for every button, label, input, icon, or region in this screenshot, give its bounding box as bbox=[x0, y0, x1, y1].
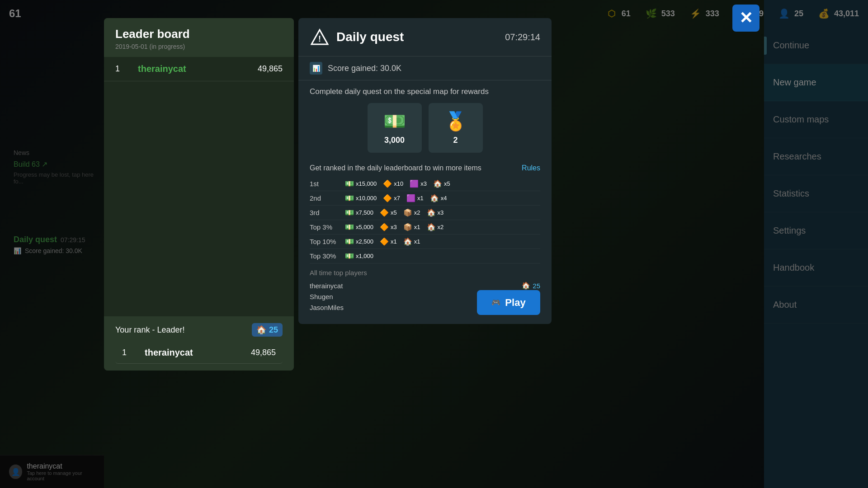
rules-link[interactable]: Rules bbox=[522, 164, 540, 172]
purple-cube-icon: 🟪 bbox=[410, 179, 419, 188]
blue-house-icon: 🏠 bbox=[433, 179, 442, 188]
player-name-highlight: therainycat bbox=[138, 64, 249, 74]
cube-val-1st: x3 bbox=[420, 180, 427, 187]
close-button[interactable]: ✕ bbox=[732, 5, 760, 32]
your-rank-row: Your rank - Leader! 🏠 25 bbox=[115, 323, 283, 337]
rank-3rd: 3rd bbox=[310, 209, 341, 216]
reward-gem-icon: 🏅 bbox=[444, 111, 467, 132]
prize-gem-3rd: 🔶 x5 bbox=[380, 208, 397, 217]
footer-player-score: 49,865 bbox=[251, 348, 276, 357]
green-box-icon: 📦 bbox=[403, 208, 412, 217]
player-score: 49,865 bbox=[258, 64, 283, 74]
prize-house-3rd: 🏠 x3 bbox=[427, 208, 444, 217]
money-icon: 💵 bbox=[345, 179, 354, 188]
all-time-icon-1: 🏠 bbox=[522, 282, 530, 290]
house-val-1st: x5 bbox=[444, 180, 450, 187]
rank-badge: 🏠 25 bbox=[252, 323, 283, 337]
prize-house-top3: 🏠 x2 bbox=[427, 223, 444, 231]
prize-money-2nd: 💵 x10,000 bbox=[345, 194, 377, 202]
reward-gem-amount: 2 bbox=[453, 136, 458, 145]
blue-house-icon-3: 🏠 bbox=[427, 208, 436, 217]
prize-box-3rd: 📦 x2 bbox=[403, 208, 420, 217]
green-box-icon-2: 📦 bbox=[403, 223, 412, 231]
all-time-row-1: therainycat 🏠 25 bbox=[310, 280, 540, 291]
prize-box-top3: 📦 x1 bbox=[403, 223, 420, 231]
play-button[interactable]: 🎮 Play bbox=[477, 290, 540, 315]
dq-description: Complete daily quest on the special map … bbox=[298, 80, 552, 103]
svg-text:!: ! bbox=[318, 34, 321, 43]
leaderboard-entry-1: 1 therainycat 49,865 bbox=[104, 57, 294, 81]
prize-money-top30: 💵 x1,000 bbox=[345, 252, 373, 260]
gem-icon-4: 🔶 bbox=[380, 223, 389, 231]
reward-gem: 🏅 2 bbox=[429, 103, 483, 153]
leaderboard-title: Leader board bbox=[115, 27, 283, 41]
leaderboard-date: 2019-05-01 (in progress) bbox=[115, 43, 283, 50]
dq-row-3rd: 3rd 💵 x7,500 🔶 x5 📦 x2 🏠 x3 bbox=[310, 206, 540, 220]
rank-badge-icon: 🏠 bbox=[256, 325, 266, 335]
play-button-label: Play bbox=[505, 297, 525, 309]
gem-val-1st: x10 bbox=[394, 180, 403, 187]
prize-house-2nd: 🏠 x4 bbox=[430, 194, 447, 202]
gem-icon-3: 🔶 bbox=[380, 208, 389, 217]
footer-player-name: therainycat bbox=[145, 347, 242, 358]
all-time-title: All time top players bbox=[310, 269, 540, 277]
money-val-1st: x15,000 bbox=[356, 180, 377, 187]
rank-number: 1 bbox=[115, 64, 129, 74]
dq-score-row: 📊 Score gained: 30.0K bbox=[298, 56, 552, 80]
money-icon-6: 💵 bbox=[345, 252, 354, 260]
dq-ranked-text: Get ranked in the daily leaderboard to w… bbox=[310, 164, 481, 172]
rank-top10: Top 10% bbox=[310, 238, 341, 245]
reward-money-icon: 💵 bbox=[383, 111, 406, 132]
purple-cube-icon-2: 🟪 bbox=[406, 194, 415, 202]
prize-house-1st: 🏠 x5 bbox=[433, 179, 450, 188]
blue-house-icon-5: 🏠 bbox=[403, 237, 412, 246]
money-icon-3: 💵 bbox=[345, 208, 354, 217]
prize-gem-1st: 🔶 x10 bbox=[383, 179, 403, 188]
gem-icon: 🔶 bbox=[383, 179, 392, 188]
prize-gem-2nd: 🔶 x7 bbox=[383, 194, 400, 202]
your-rank-text: Your rank - Leader! bbox=[115, 325, 247, 335]
blue-house-icon-2: 🏠 bbox=[430, 194, 439, 202]
warning-icon: ! bbox=[310, 27, 330, 47]
prize-money-top10: 💵 x2,500 bbox=[345, 237, 373, 246]
prize-cube-1st: 🟪 x3 bbox=[410, 179, 427, 188]
rank-top30: Top 30% bbox=[310, 252, 341, 260]
prize-cube-2nd: 🟪 x1 bbox=[406, 194, 424, 202]
dq-rewards: 💵 3,000 🏅 2 bbox=[298, 103, 552, 160]
reward-money-amount: 3,000 bbox=[384, 136, 405, 145]
footer-leaderboard-entry: 1 therainycat 49,865 bbox=[115, 342, 283, 364]
money-icon-2: 💵 bbox=[345, 194, 354, 202]
dq-header: ! Daily quest 07:29:14 bbox=[298, 18, 552, 56]
gem-icon-5: 🔶 bbox=[380, 237, 389, 246]
prize-gem-top3: 🔶 x3 bbox=[380, 223, 397, 231]
prize-money-1st: 💵 x15,000 bbox=[345, 179, 377, 188]
dq-row-1st: 1st 💵 x15,000 🔶 x10 🟪 x3 🏠 x5 bbox=[310, 177, 540, 191]
dq-prize-table: 1st 💵 x15,000 🔶 x10 🟪 x3 🏠 x5 2nd 💵 bbox=[298, 177, 552, 263]
prize-money-3rd: 💵 x7,500 bbox=[345, 208, 373, 217]
leaderboard-header: Leader board 2019-05-01 (in progress) bbox=[104, 18, 294, 57]
play-button-icon: 🎮 bbox=[491, 298, 500, 307]
dq-title: Daily quest bbox=[336, 30, 498, 44]
dq-row-top10: Top 10% 💵 x2,500 🔶 x1 🏠 x1 bbox=[310, 235, 540, 249]
prize-gem-top10: 🔶 x1 bbox=[380, 237, 397, 246]
rank-top3: Top 3% bbox=[310, 223, 341, 231]
dq-ranked-section: Get ranked in the daily leaderboard to w… bbox=[298, 160, 552, 177]
rank-1st: 1st bbox=[310, 180, 341, 188]
blue-house-icon-4: 🏠 bbox=[427, 223, 436, 231]
money-icon-4: 💵 bbox=[345, 223, 354, 231]
all-time-name-1: therainycat bbox=[310, 282, 522, 290]
all-time-score-1: 🏠 25 bbox=[522, 282, 540, 290]
score-text: Score gained: 30.0K bbox=[328, 64, 401, 73]
money-icon-5: 💵 bbox=[345, 237, 354, 246]
prize-money-top3: 💵 x5,000 bbox=[345, 223, 373, 231]
daily-quest-dialog: ! Daily quest 07:29:14 📊 Score gained: 3… bbox=[298, 18, 552, 324]
footer-rank-number: 1 bbox=[122, 348, 136, 357]
leaderboard-footer: Your rank - Leader! 🏠 25 1 therainycat 4… bbox=[104, 316, 294, 371]
reward-money: 💵 3,000 bbox=[368, 103, 422, 153]
score-icon: 📊 bbox=[310, 62, 322, 75]
gem-icon-2: 🔶 bbox=[383, 194, 392, 202]
all-time-val-1: 25 bbox=[533, 282, 540, 290]
close-icon: ✕ bbox=[739, 10, 753, 26]
dq-row-top3: Top 3% 💵 x5,000 🔶 x3 📦 x1 🏠 x2 bbox=[310, 220, 540, 235]
rank-badge-value: 25 bbox=[269, 325, 278, 335]
